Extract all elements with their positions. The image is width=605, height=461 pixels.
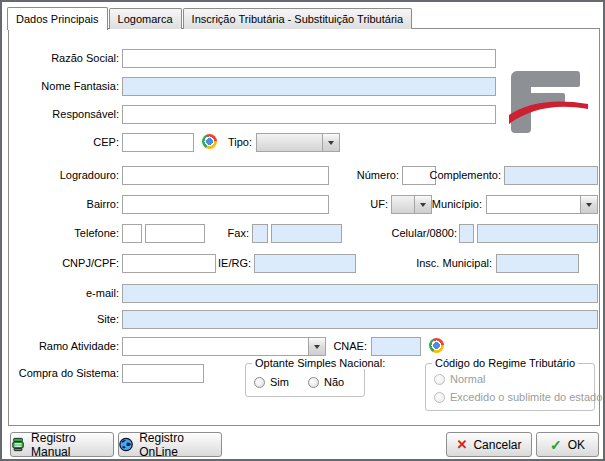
cnpj-cpf-input[interactable]: [122, 254, 216, 273]
chevron-down-icon: [314, 345, 320, 349]
tab-inscricao-tributaria[interactable]: Inscrição Tributária - Substituição Trib…: [183, 8, 413, 29]
chevron-down-icon: [328, 141, 334, 145]
tipo-select[interactable]: [256, 133, 340, 152]
municipio-dropdown-button[interactable]: [580, 196, 597, 213]
regime-normal-label: Normal: [450, 373, 485, 385]
optante-simples-group: Optante Simples Nacional: Sim Não: [245, 363, 365, 397]
cancelar-button[interactable]: ✕ Cancelar: [446, 432, 532, 457]
printer-icon: [11, 437, 25, 452]
regime-excedido-label: Excedido o sublimite do estado: [450, 391, 602, 403]
registro-online-label: Registro OnLine: [139, 431, 221, 459]
responsavel-label: Responsável:: [17, 108, 119, 121]
celular-input[interactable]: [477, 224, 598, 243]
globe-icon: [119, 437, 133, 452]
cancelar-label: Cancelar: [473, 438, 521, 452]
ie-rg-input[interactable]: [254, 254, 356, 273]
company-logo: [509, 71, 589, 135]
registro-manual-label: Registro Manual: [31, 431, 113, 459]
insc-municipal-label: Insc. Municipal:: [412, 257, 492, 270]
nome-fantasia-label: Nome Fantasia:: [17, 80, 119, 93]
telefone-ddd-input[interactable]: [122, 224, 142, 243]
municipio-select[interactable]: [486, 195, 598, 214]
municipio-label: Município:: [426, 198, 482, 211]
optante-nao-label: Não: [324, 376, 344, 388]
cnae-input[interactable]: [371, 337, 421, 356]
fax-label: Fax:: [219, 227, 249, 240]
optante-simples-legend: Optante Simples Nacional:: [252, 357, 388, 369]
site-input[interactable]: [122, 310, 598, 329]
radio-icon: [434, 374, 445, 385]
numero-label: Número:: [339, 169, 399, 182]
radio-icon[interactable]: [308, 377, 319, 388]
optante-nao-option[interactable]: Não: [308, 376, 344, 388]
razao-social-input[interactable]: [122, 49, 496, 68]
cnpj-cpf-label: CNPJ/CPF:: [17, 257, 119, 270]
tab-page-dados-principais: Razão Social: Nome Fantasia: Responsável…: [8, 28, 600, 426]
compra-sistema-label: Compra do Sistema:: [17, 367, 119, 380]
ramo-atividade-select[interactable]: [122, 337, 326, 356]
bairro-label: Bairro:: [17, 198, 119, 211]
ramo-atividade-label: Ramo Atividade:: [17, 340, 119, 353]
regime-normal-option: Normal: [434, 373, 485, 385]
optante-sim-option[interactable]: Sim: [254, 376, 289, 388]
complemento-label: Complemento:: [421, 169, 501, 182]
green-check-icon: ✓: [550, 438, 562, 452]
telefone-label: Telefone:: [17, 227, 119, 240]
tab-dados-principais[interactable]: Dados Principais: [7, 7, 108, 30]
site-label: Site:: [17, 313, 119, 326]
complemento-input[interactable]: [504, 166, 598, 185]
uf-label: UF:: [361, 198, 388, 211]
radio-icon: [434, 392, 445, 403]
fax-input[interactable]: [271, 224, 342, 243]
chevron-down-icon: [586, 203, 592, 207]
email-label: e-mail:: [17, 287, 119, 300]
regime-tributario-legend: Código do Regime Tributário: [432, 357, 578, 369]
ie-rg-label: IE/RG:: [215, 257, 251, 270]
nome-fantasia-input[interactable]: [122, 77, 496, 96]
cep-input[interactable]: [122, 133, 194, 152]
cnae-label: CNAE:: [331, 340, 367, 353]
regime-excedido-option: Excedido o sublimite do estado: [434, 391, 602, 403]
fax-ddd-input[interactable]: [252, 224, 268, 243]
logradouro-label: Logradouro:: [17, 169, 119, 182]
logradouro-input[interactable]: [122, 166, 329, 185]
ok-button[interactable]: ✓ OK: [536, 432, 599, 457]
telefone-input[interactable]: [145, 224, 205, 243]
responsavel-input[interactable]: [122, 105, 496, 124]
registro-online-button[interactable]: Registro OnLine: [118, 432, 222, 457]
compra-sistema-input[interactable]: [122, 364, 204, 383]
bairro-input[interactable]: [122, 195, 329, 214]
tab-strip: Dados Principais Logomarca Inscrição Tri…: [7, 6, 413, 29]
insc-municipal-input[interactable]: [496, 254, 579, 273]
ok-label: OK: [568, 438, 585, 452]
optante-sim-label: Sim: [270, 376, 289, 388]
tipo-dropdown-button[interactable]: [322, 134, 339, 151]
razao-social-label: Razão Social:: [17, 52, 119, 65]
celular-label: Celular/0800:: [391, 227, 457, 240]
email-input[interactable]: [122, 284, 598, 303]
registro-manual-button[interactable]: Registro Manual: [10, 432, 114, 457]
cep-label: CEP:: [17, 136, 119, 149]
regime-tributario-group: Código do Regime Tributário Normal Exced…: [425, 363, 595, 411]
red-x-icon: ✕: [457, 438, 468, 451]
tipo-label: Tipo:: [209, 136, 252, 149]
celular-ddd-input[interactable]: [459, 224, 474, 243]
tab-logomarca[interactable]: Logomarca: [109, 8, 182, 29]
cnae-chrome-lookup-icon[interactable]: [429, 338, 444, 353]
radio-icon[interactable]: [254, 377, 265, 388]
ramo-dropdown-button[interactable]: [308, 338, 325, 355]
company-registration-dialog: Dados Principais Logomarca Inscrição Tri…: [0, 0, 605, 461]
